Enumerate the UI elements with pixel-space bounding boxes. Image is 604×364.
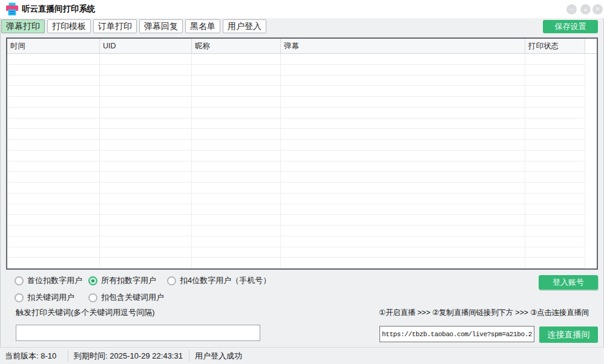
table-cell <box>525 65 585 76</box>
table-cell <box>281 215 525 226</box>
table-cell <box>585 258 597 268</box>
tab-danmu-reply[interactable]: 弹幕回复 <box>139 19 183 33</box>
table-cell <box>7 183 100 193</box>
table-row <box>7 215 597 226</box>
table-cell <box>7 258 100 268</box>
table-cell <box>100 65 192 76</box>
table-cell <box>281 204 525 215</box>
table-cell <box>192 204 281 215</box>
table-row <box>7 172 597 183</box>
column-header-nickname: 昵称 <box>192 39 281 53</box>
table-cell <box>281 258 525 268</box>
table-cell <box>281 151 525 161</box>
tab-print-template[interactable]: 打印模板 <box>47 19 91 33</box>
radio-icon <box>15 276 24 285</box>
table-row <box>7 65 597 76</box>
table-cell <box>585 97 597 108</box>
maximize-button[interactable]: ▲ <box>580 4 591 15</box>
table-body <box>7 54 597 268</box>
table-cell <box>281 65 525 76</box>
table-row <box>7 226 597 236</box>
table-cell <box>100 108 192 119</box>
tab-danmu-print[interactable]: 弹幕打印 <box>1 19 45 33</box>
table-cell <box>525 161 585 172</box>
minimize-icon: — <box>569 7 574 12</box>
table-row <box>7 76 597 86</box>
column-header-uid: UID <box>100 39 192 53</box>
table-cell <box>525 226 585 236</box>
radio-icon <box>88 293 97 302</box>
table-cell <box>525 54 585 65</box>
status-separator <box>68 350 68 362</box>
table-cell <box>100 226 192 236</box>
table-cell <box>585 236 597 247</box>
close-button[interactable]: ✕ <box>593 4 603 15</box>
expiry-time-text: 到期时间: 2025-10-29 22:43:31 <box>74 348 183 364</box>
table-cell <box>585 151 597 161</box>
table-row <box>7 108 597 119</box>
save-settings-button[interactable]: 保存设置 <box>543 20 598 33</box>
table-cell <box>192 161 281 172</box>
table-row <box>7 247 597 258</box>
radio-keyword-user[interactable]: 扣关键词用户 <box>15 293 74 302</box>
table-cell <box>525 129 585 140</box>
radio-4digit-phone-user[interactable]: 扣4位数字用户（手机号） <box>167 276 271 285</box>
table-row <box>7 119 597 129</box>
table-cell <box>525 183 585 193</box>
table-cell <box>192 65 281 76</box>
table-cell <box>525 193 585 204</box>
table-cell <box>281 97 525 108</box>
table-cell <box>525 151 585 161</box>
radio-first-digit-user[interactable]: 首位扣数字用户 <box>15 276 82 285</box>
table-cell <box>100 151 192 161</box>
minimize-button[interactable]: — <box>566 4 577 15</box>
table-cell <box>7 151 100 161</box>
table-cell <box>7 119 100 129</box>
tab-order-print[interactable]: 订单打印 <box>93 19 137 33</box>
table-cell <box>585 108 597 119</box>
status-separator <box>189 350 189 362</box>
radio-all-digit-user[interactable]: 所有扣数字用户 <box>88 276 156 285</box>
table-row <box>7 183 597 193</box>
table-cell <box>585 76 597 86</box>
table-cell <box>100 236 192 247</box>
radio-icon <box>167 276 176 285</box>
table-cell <box>192 76 281 86</box>
trigger-keyword-input[interactable] <box>16 325 260 341</box>
table-row <box>7 151 597 161</box>
login-account-button[interactable]: 登入账号 <box>539 275 598 290</box>
column-header-time: 时间 <box>7 39 100 53</box>
table-cell <box>192 54 281 65</box>
table-cell <box>7 140 100 151</box>
status-bar: 当前版本: 8-10 到期时间: 2025-10-29 22:43:31 用户登… <box>0 347 604 364</box>
table-cell <box>192 108 281 119</box>
tab-bar: 弹幕打印 打印模板 订单打印 弹幕回复 黑名单 用户登入 <box>1 19 266 33</box>
table-cell <box>585 140 597 151</box>
table-cell <box>7 54 100 65</box>
table-cell <box>585 161 597 172</box>
table-cell <box>192 86 281 97</box>
maximize-icon: ▲ <box>583 7 588 11</box>
table-row <box>7 86 597 97</box>
table-cell <box>100 215 192 226</box>
table-cell <box>100 247 192 258</box>
connect-live-button[interactable]: 连接直播间 <box>539 327 598 343</box>
radio-label: 扣关键词用户 <box>27 292 74 303</box>
table-cell <box>281 247 525 258</box>
tab-blacklist[interactable]: 黑名单 <box>185 19 220 33</box>
table-cell <box>7 247 100 258</box>
table-cell <box>7 161 100 172</box>
radio-contain-keyword-user[interactable]: 扣包含关键词用户 <box>88 293 164 302</box>
table-cell <box>585 226 597 236</box>
table-cell <box>192 119 281 129</box>
table-cell <box>192 247 281 258</box>
table-cell <box>281 86 525 97</box>
table-cell <box>7 97 100 108</box>
table-cell <box>525 236 585 247</box>
live-url-input[interactable] <box>379 326 534 342</box>
table-cell <box>192 172 281 183</box>
tab-user-login[interactable]: 用户登入 <box>223 19 266 33</box>
table-row <box>7 140 597 151</box>
table-row <box>7 54 597 65</box>
table-cell <box>281 108 525 119</box>
